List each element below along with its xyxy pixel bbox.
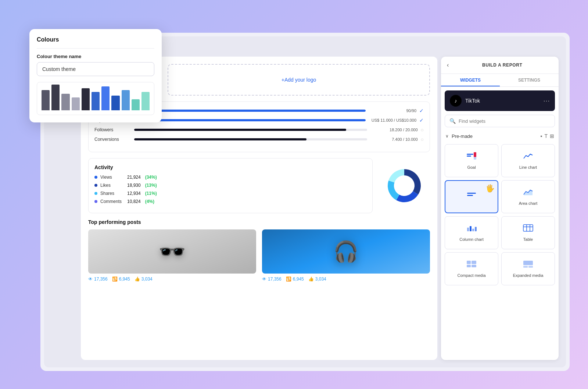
goal-bar	[134, 119, 366, 121]
sunglasses-icon: 🕶️	[158, 239, 186, 265]
colours-panel-title: Colours	[37, 36, 154, 49]
mini-bar	[61, 94, 69, 110]
widget-card-goal[interactable]: Goal	[445, 144, 498, 177]
donut-chart	[382, 164, 426, 208]
theme-name-input[interactable]	[37, 62, 154, 76]
svg-rect-7	[467, 228, 469, 231]
tab-settings[interactable]: SETTINGS	[500, 74, 559, 86]
post-stats-2: 👁 17,356 🔁 6,945 👍 3,034	[262, 276, 430, 282]
media-filter-icon[interactable]: ⊞	[550, 133, 554, 139]
mini-bar	[42, 90, 50, 110]
expanded_media-label: Expanded media	[513, 273, 544, 278]
likes-value-1: 3,034	[141, 276, 153, 282]
post-image-sunglasses: 🕶️	[88, 229, 256, 274]
widget-card-expanded_media[interactable]: Expanded media	[501, 252, 555, 285]
table-icon	[523, 224, 533, 234]
activity-dot	[94, 192, 97, 195]
donut-segment	[388, 169, 404, 182]
back-button[interactable]: ‹	[447, 62, 449, 68]
widget-card-text_widget[interactable]: 🖐	[445, 180, 498, 213]
widget-card-line_chart[interactable]: Line chart	[501, 144, 555, 177]
mini-bar	[122, 90, 130, 110]
area_chart-icon	[523, 188, 533, 198]
chart-filter-icon[interactable]: ▪	[540, 133, 542, 139]
goal-value: 90/90	[369, 108, 416, 113]
activity-row: Activity Views 21,924 (34%) Likes 18,930…	[88, 158, 430, 213]
goal-bar-container	[134, 110, 366, 112]
activity-dot	[94, 200, 97, 203]
text-filter-icon[interactable]: T	[544, 133, 548, 139]
tab-widgets[interactable]: WIDGETS	[441, 74, 500, 86]
activity-row: Views 21,924 (34%)	[94, 175, 366, 180]
activity-row: Comments 10,824 (4%)	[94, 199, 366, 204]
shares-value-2: 6,945	[293, 276, 304, 282]
compact_media-label: Compact media	[457, 273, 485, 278]
activity-pct: (4%)	[145, 199, 154, 204]
activity-name: Views	[100, 175, 124, 180]
search-input[interactable]	[459, 118, 550, 124]
goal-bar-container	[134, 138, 367, 140]
panel-header: ‹ BUILD A REPORT	[441, 57, 559, 74]
activity-num: 12,934	[127, 191, 141, 196]
activity-title: Activity	[94, 164, 366, 170]
svg-rect-15	[467, 261, 471, 264]
goal-value: US$ 11.000 / US$10.000	[369, 118, 416, 122]
activity-widget: Activity Views 21,924 (34%) Likes 18,930…	[88, 158, 373, 213]
sunglasses-bg: 🕶️	[88, 229, 256, 274]
column_chart-icon	[466, 224, 477, 234]
goal-label: Conversions	[94, 137, 131, 142]
goal-value: 7.400 / 10.000	[370, 137, 418, 142]
activity-num: 21,924	[127, 175, 141, 180]
activity-name: Shares	[100, 191, 124, 196]
svg-rect-0	[467, 154, 473, 155]
activity-num: 18,930	[127, 183, 141, 188]
tiktok-menu-dots[interactable]: ⋯	[543, 97, 550, 105]
mini-bar	[101, 86, 110, 110]
svg-rect-19	[523, 261, 533, 265]
area_chart-label: Area chart	[519, 201, 538, 206]
eye-icon-1: 👁	[88, 276, 93, 282]
mini-bar	[92, 92, 100, 110]
svg-rect-21	[528, 266, 533, 268]
like-icon-1: 👍	[135, 276, 140, 282]
add-logo-label: +Add your logo	[282, 77, 316, 83]
activity-pct: (11%)	[145, 191, 157, 196]
tiktok-header: ♪ TikTok ⋯	[445, 90, 555, 111]
mini-bar	[141, 92, 150, 110]
svg-rect-11	[523, 225, 533, 231]
colours-panel: Colours Colour theme name	[29, 29, 162, 122]
widget-card-compact_media[interactable]: Compact media	[445, 252, 498, 285]
widget-card-column_chart[interactable]: Column chart	[445, 216, 498, 249]
mini-bar	[111, 96, 119, 110]
svg-rect-8	[470, 226, 472, 231]
activity-row: Shares 12,934 (11%)	[94, 191, 366, 196]
post-likes-1: 👍 3,034	[135, 276, 153, 282]
goal-bar	[134, 129, 346, 131]
headphones-icon: 🎧	[333, 240, 359, 264]
donut-segment	[396, 191, 418, 202]
goal-bar-container	[134, 129, 367, 131]
widgets-grid: GoalLine chart🖐Area chartColumn chartTab…	[441, 142, 559, 288]
mini-bar	[132, 99, 140, 110]
post-shares-2: 🔁 6,945	[286, 276, 304, 282]
eye-icon-2: 👁	[262, 276, 266, 282]
post-likes-2: 👍 3,034	[308, 276, 326, 282]
svg-rect-3	[474, 152, 476, 157]
line_chart-icon	[523, 152, 533, 162]
widget-card-table[interactable]: Table	[501, 216, 555, 249]
widget-card-area_chart[interactable]: Area chart	[501, 180, 555, 213]
mini-bar	[82, 88, 90, 110]
share-icon-1: 🔁	[112, 276, 118, 282]
panel-title: BUILD A REPORT	[452, 63, 553, 68]
add-logo-widget[interactable]: +Add your logo	[168, 64, 430, 96]
activity-row: Likes 18,930 (13%)	[94, 183, 366, 188]
goal-bar-container	[134, 119, 366, 121]
right-panel: ‹ BUILD A REPORT WIDGETS SETTINGS ♪ TikT	[441, 57, 559, 360]
likes-value-2: 3,034	[315, 276, 326, 282]
goal-value: 18.200 / 20.000	[370, 128, 418, 132]
svg-rect-10	[475, 227, 477, 231]
activity-dot	[94, 184, 97, 187]
premade-header: ∨ Pre-made ▪ T ⊞	[441, 130, 559, 142]
mini-bar	[72, 97, 80, 110]
svg-rect-20	[523, 266, 528, 268]
